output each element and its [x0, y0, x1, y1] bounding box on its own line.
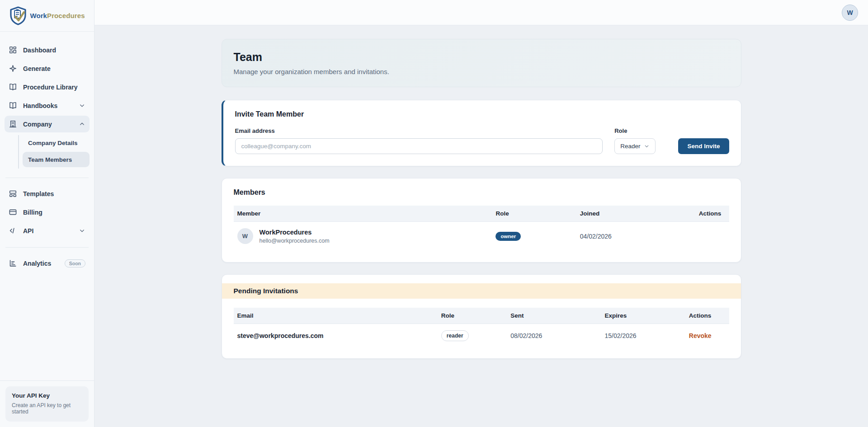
- pending-col-role: Role: [437, 308, 506, 324]
- sidebar-item-label: Templates: [23, 190, 54, 197]
- reader-role-badge: reader: [441, 330, 469, 341]
- sidebar-item-team-members[interactable]: Team Members: [23, 152, 90, 167]
- chevron-up-icon: [79, 121, 85, 127]
- code-icon: [9, 226, 17, 235]
- api-key-title: Your API Key: [12, 392, 82, 399]
- book-icon: [9, 83, 17, 91]
- member-actions-cell: [694, 222, 729, 251]
- sidebar-company-submenu: Company Details Team Members: [18, 135, 90, 169]
- main-area: W Team Manage your organization members …: [94, 0, 868, 427]
- pending-table-header-row: Email Role Sent Expires Actions: [234, 308, 729, 324]
- chevron-down-icon: [79, 227, 85, 234]
- members-card: Members Member Role Joined Actions: [222, 178, 741, 263]
- sidebar-item-generate[interactable]: Generate: [5, 60, 90, 77]
- building-icon: [9, 120, 17, 128]
- member-row: W WorkProcedures hello@workprocedures.co…: [234, 222, 729, 251]
- brand-name: WorkProcedures: [30, 12, 85, 19]
- sidebar: WorkProcedures Dashboard Generate: [0, 0, 94, 427]
- sidebar-item-billing[interactable]: Billing: [5, 204, 90, 221]
- member-role-cell: owner: [491, 222, 575, 251]
- member-name: WorkProcedures: [259, 229, 330, 236]
- page-header-card: Team Manage your organization members an…: [222, 39, 741, 87]
- sidebar-item-analytics[interactable]: Analytics Soon: [5, 255, 90, 272]
- sidebar-item-label: API: [23, 227, 33, 235]
- sidebar-item-label: Billing: [23, 209, 42, 216]
- brand-name-primary: Work: [30, 12, 47, 19]
- sidebar-divider: [5, 178, 89, 178]
- sidebar-item-label: Generate: [23, 65, 51, 72]
- sidebar-item-api[interactable]: API: [5, 222, 90, 239]
- sidebar-item-dashboard[interactable]: Dashboard: [5, 42, 90, 58]
- email-field-group: Email address: [235, 127, 603, 154]
- sidebar-item-procedure-library[interactable]: Procedure Library: [5, 79, 90, 95]
- topbar: W: [94, 0, 868, 25]
- role-select[interactable]: Reader: [614, 138, 656, 154]
- owner-role-badge: owner: [495, 232, 521, 241]
- sidebar-divider: [5, 247, 89, 248]
- sidebar-item-company[interactable]: Company: [5, 116, 90, 132]
- role-label: Role: [614, 127, 656, 134]
- brand-name-secondary: Procedures: [47, 12, 85, 19]
- chevron-down-icon: [644, 143, 650, 149]
- sparkle-icon: [9, 64, 17, 73]
- api-key-subtitle: Create an API key to get started: [12, 402, 82, 415]
- invitation-row: steve@workprocedures.com reader 08/02/20…: [234, 324, 729, 348]
- member-avatar: W: [237, 228, 253, 244]
- app-root: WorkProcedures Dashboard Generate: [0, 0, 868, 427]
- sidebar-nav: Dashboard Generate Procedure Library: [0, 32, 94, 273]
- user-avatar[interactable]: W: [842, 5, 858, 21]
- pending-col-expires: Expires: [600, 308, 684, 324]
- members-table: Member Role Joined Actions W: [234, 206, 729, 250]
- soon-badge: Soon: [65, 259, 85, 267]
- pending-col-actions: Actions: [684, 308, 729, 324]
- page-title: Team: [234, 51, 729, 64]
- chevron-down-icon: [79, 102, 85, 109]
- invitation-expires-cell: 15/02/2026: [600, 324, 684, 348]
- sidebar-item-label: Handbooks: [23, 102, 57, 109]
- sidebar-item-company-details[interactable]: Company Details: [23, 135, 90, 150]
- brand-logo[interactable]: WorkProcedures: [0, 0, 94, 32]
- grid-icon: [9, 46, 17, 54]
- sidebar-item-templates[interactable]: Templates: [5, 185, 90, 202]
- pending-invitations-band: Pending Invitations: [222, 283, 741, 299]
- members-col-actions: Actions: [694, 206, 729, 222]
- revoke-link[interactable]: Revoke: [689, 332, 712, 339]
- sidebar-item-label: Team Members: [28, 156, 72, 163]
- pending-invitations-table: Email Role Sent Expires Actions steve@wo…: [234, 308, 729, 347]
- layout-icon: [9, 189, 17, 198]
- sidebar-item-label: Dashboard: [23, 47, 56, 54]
- sidebar-footer: Your API Key Create an API key to get st…: [0, 380, 94, 427]
- email-label: Email address: [235, 127, 603, 134]
- invitation-sent-cell: 08/02/2026: [506, 324, 600, 348]
- credit-card-icon: [9, 208, 17, 216]
- api-key-card: Your API Key Create an API key to get st…: [5, 386, 89, 422]
- role-field-group: Role Reader: [614, 127, 656, 154]
- invite-title: Invite Team Member: [235, 110, 729, 118]
- email-input[interactable]: [235, 138, 603, 154]
- content-scroll: Team Manage your organization members an…: [94, 25, 868, 427]
- members-col-role: Role: [491, 206, 575, 222]
- sidebar-item-handbooks[interactable]: Handbooks: [5, 97, 90, 114]
- pending-invitations-card: Pending Invitations Email Role Sent Expi…: [222, 274, 741, 359]
- invitation-email: steve@workprocedures.com: [234, 324, 437, 348]
- send-invite-button[interactable]: Send Invite: [678, 138, 729, 154]
- invitation-actions-cell: Revoke: [684, 324, 729, 348]
- members-title: Members: [234, 188, 729, 197]
- sidebar-item-label: Company: [23, 121, 52, 128]
- sidebar-item-label: Company Details: [28, 140, 78, 146]
- invite-card: Invite Team Member Email address Role Re…: [222, 100, 741, 166]
- invitation-role-cell: reader: [437, 324, 506, 348]
- pending-col-email: Email: [234, 308, 437, 324]
- member-joined-cell: 04/02/2026: [576, 222, 694, 251]
- invite-form: Email address Role Reader Send Invite: [235, 127, 729, 154]
- member-email: hello@workprocedures.com: [259, 238, 330, 244]
- page-subtitle: Manage your organization members and inv…: [234, 68, 729, 75]
- bar-chart-icon: [9, 259, 17, 267]
- member-identity: WorkProcedures hello@workprocedures.com: [259, 229, 330, 244]
- pending-invitations-title: Pending Invitations: [234, 287, 729, 295]
- members-table-header-row: Member Role Joined Actions: [234, 206, 729, 222]
- sidebar-item-label: Analytics: [23, 260, 51, 267]
- members-col-joined: Joined: [576, 206, 694, 222]
- sidebar-item-label: Procedure Library: [23, 84, 78, 91]
- book-icon: [9, 101, 17, 110]
